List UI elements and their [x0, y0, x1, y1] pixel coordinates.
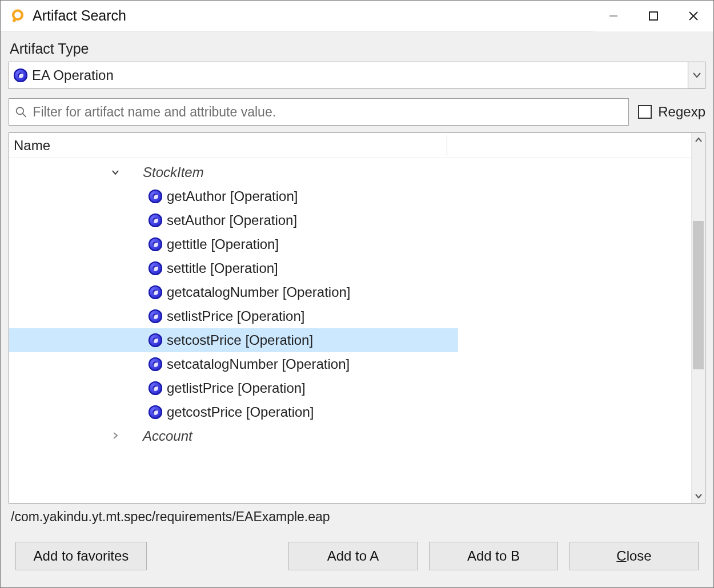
- scroll-track[interactable]: [692, 147, 705, 489]
- svg-point-0: [13, 10, 22, 19]
- artifact-type-dropdown[interactable]: EA Operation: [9, 62, 705, 89]
- ea-operation-icon: [14, 69, 27, 82]
- add-to-a-button[interactable]: Add to A: [288, 542, 418, 570]
- tree-item[interactable]: getlistPrice [Operation]: [9, 376, 691, 400]
- tree-group[interactable]: Account: [9, 424, 691, 448]
- tree-item-label: getlistPrice [Operation]: [167, 380, 306, 396]
- filter-input-wrapper[interactable]: [9, 98, 629, 126]
- ea-operation-icon: [149, 214, 162, 227]
- tree-column-header[interactable]: Name: [9, 133, 691, 158]
- regexp-checkbox-wrapper[interactable]: Regexp: [638, 104, 705, 120]
- close-icon: [688, 11, 699, 21]
- tree-item-label: getcatalogNumber [Operation]: [167, 284, 351, 300]
- add-to-b-label: Add to B: [467, 548, 520, 564]
- add-to-b-button[interactable]: Add to B: [429, 542, 558, 570]
- artifact-search-dialog: Artifact Search Artifact Type EA Operati…: [0, 0, 714, 588]
- titlebar: Artifact Search: [1, 1, 713, 31]
- column-divider[interactable]: [447, 135, 447, 155]
- minimize-icon: [608, 11, 619, 21]
- ea-operation-icon: [149, 333, 162, 347]
- tree-group-label: Account: [143, 428, 192, 444]
- ea-operation-icon: [149, 237, 162, 251]
- tree-item-label: setcatalogNumber [Operation]: [167, 356, 350, 372]
- scroll-up-arrow[interactable]: [692, 133, 705, 147]
- artifact-type-label: Artifact Type: [10, 41, 705, 57]
- close-window-button[interactable]: [673, 1, 713, 31]
- svg-point-6: [17, 107, 23, 114]
- tree-item[interactable]: setlistPrice [Operation]: [9, 304, 691, 328]
- tree-item[interactable]: setcatalogNumber [Operation]: [9, 352, 691, 376]
- ea-operation-icon: [149, 405, 162, 419]
- status-path: /com.yakindu.yt.mt.spec/requirements/EAE…: [9, 504, 705, 528]
- regexp-checkbox[interactable]: [638, 105, 652, 119]
- tree-item-label: getAuthor [Operation]: [167, 188, 298, 204]
- app-icon: [10, 8, 26, 24]
- close-button[interactable]: Close: [569, 542, 699, 570]
- chevron-down-icon[interactable]: [110, 167, 121, 178]
- svg-line-7: [22, 114, 26, 117]
- results-tree: Name StockItemgetAuthor [Operation]setAu…: [9, 132, 705, 504]
- tree-item[interactable]: gettitle [Operation]: [9, 232, 691, 256]
- regexp-label: Regexp: [658, 104, 705, 119]
- ea-operation-icon: [149, 261, 162, 275]
- close-label: Close: [616, 548, 651, 564]
- tree-item[interactable]: getAuthor [Operation]: [9, 184, 691, 208]
- ea-operation-icon: [149, 309, 162, 323]
- artifact-type-value: EA Operation: [32, 67, 114, 83]
- maximize-button[interactable]: [633, 1, 673, 31]
- add-to-favorites-label: Add to favorites: [34, 548, 129, 564]
- ea-operation-icon: [149, 285, 162, 299]
- ea-operation-icon: [149, 357, 162, 371]
- column-header-name: Name: [14, 138, 50, 154]
- tree-item-label: setAuthor [Operation]: [167, 212, 297, 228]
- tree-item-label: gettitle [Operation]: [167, 236, 279, 252]
- tree-item-label: settitle [Operation]: [167, 260, 278, 276]
- window-title: Artifact Search: [33, 7, 126, 24]
- ea-operation-icon: [149, 381, 162, 395]
- minimize-button[interactable]: [593, 1, 633, 31]
- chevron-up-icon: [695, 137, 702, 143]
- dropdown-arrow[interactable]: [688, 62, 705, 88]
- tree-item-label: setcostPrice [Operation]: [167, 332, 313, 348]
- svg-point-1: [13, 19, 16, 22]
- tree-item[interactable]: settitle [Operation]: [9, 256, 691, 280]
- vertical-scrollbar[interactable]: [691, 133, 705, 503]
- tree-group-label: StockItem: [143, 164, 204, 180]
- search-icon: [15, 106, 27, 118]
- maximize-icon: [649, 11, 658, 21]
- scroll-thumb[interactable]: [693, 221, 704, 369]
- add-to-favorites-button[interactable]: Add to favorites: [15, 542, 147, 570]
- chevron-right-icon[interactable]: [110, 431, 121, 441]
- tree-item[interactable]: setcostPrice [Operation]: [9, 328, 458, 352]
- svg-rect-3: [649, 12, 657, 20]
- ea-operation-icon: [149, 190, 162, 203]
- scroll-down-arrow[interactable]: [692, 489, 705, 503]
- tree-item[interactable]: getcatalogNumber [Operation]: [9, 280, 691, 304]
- tree-item[interactable]: setAuthor [Operation]: [9, 208, 691, 232]
- tree-item-label: getcostPrice [Operation]: [167, 404, 314, 420]
- tree-item-label: setlistPrice [Operation]: [167, 308, 304, 324]
- filter-input[interactable]: [33, 104, 622, 120]
- tree-group[interactable]: StockItem: [9, 160, 691, 184]
- add-to-a-label: Add to A: [327, 548, 379, 564]
- chevron-down-icon: [693, 73, 701, 78]
- chevron-down-icon: [695, 493, 702, 499]
- tree-item[interactable]: getcostPrice [Operation]: [9, 400, 691, 424]
